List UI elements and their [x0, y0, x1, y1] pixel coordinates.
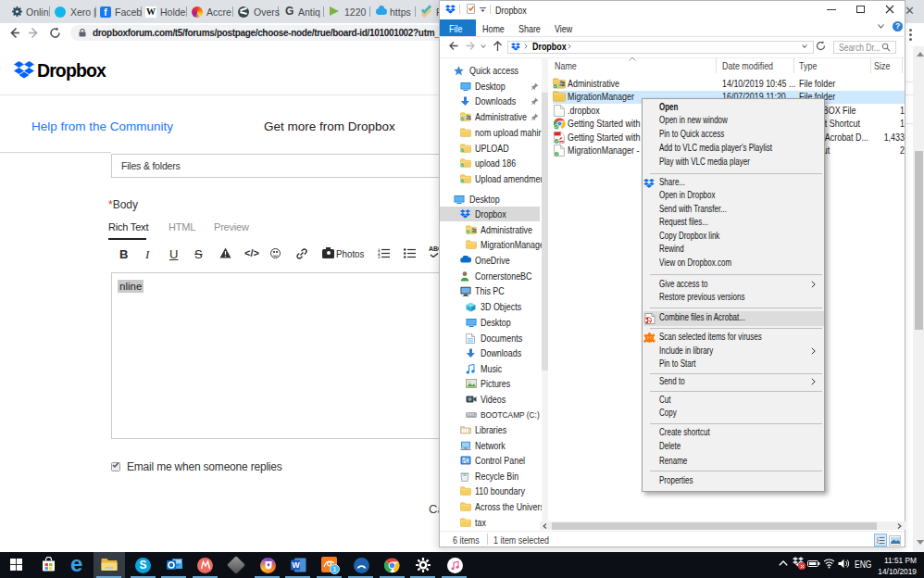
svg-text:W: W: [292, 560, 300, 570]
svg-text:3: 3: [378, 255, 381, 258]
